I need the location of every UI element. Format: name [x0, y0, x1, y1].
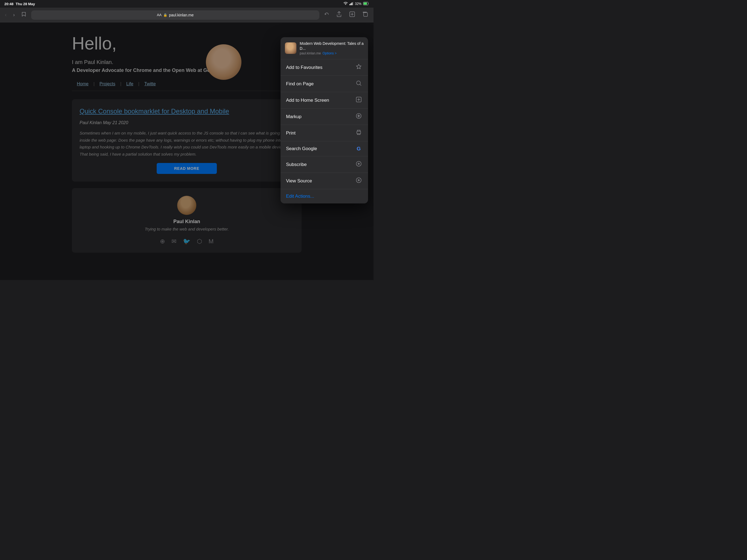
new-tab-button[interactable]: [347, 10, 357, 19]
share-site-url: paul.kinlan.me: [300, 51, 321, 55]
svg-rect-9: [364, 12, 367, 17]
svg-point-10: [357, 81, 360, 85]
menu-item-add-to-home-screen[interactable]: Add to Home Screen: [281, 92, 368, 108]
menu-item-view-source[interactable]: View Source: [281, 173, 368, 189]
share-site-title: Modern Web Development: Tales of a D...: [300, 41, 364, 51]
svg-rect-5: [364, 2, 367, 5]
view-source-icon: [355, 177, 363, 184]
add-to-home-icon: [355, 97, 363, 104]
back-button[interactable]: ‹: [3, 11, 8, 19]
svg-rect-3: [353, 2, 353, 5]
subscribe-icon: [355, 161, 363, 168]
svg-rect-21: [357, 131, 361, 134]
print-icon: [355, 129, 363, 137]
google-icon: G: [355, 146, 363, 152]
share-site-info: Modern Web Development: Tales of a D... …: [300, 41, 364, 55]
markup-icon: [355, 113, 363, 120]
wifi-icon: [343, 2, 348, 6]
bookmarks-button[interactable]: [20, 11, 28, 19]
svg-rect-2: [352, 2, 353, 5]
menu-item-print[interactable]: Print: [281, 125, 368, 142]
favourites-icon: [355, 64, 363, 71]
status-bar: 20:48 Thu 28 May 32%: [0, 0, 374, 8]
status-date: Thu 28 May: [16, 2, 35, 6]
svg-point-20: [358, 116, 359, 117]
options-link[interactable]: Options >: [323, 51, 337, 55]
forward-button[interactable]: ›: [11, 11, 17, 19]
browser-chrome: ‹ › AA 🔒 paul.kinlan.me: [0, 8, 374, 22]
share-sheet: Modern Web Development: Tales of a D... …: [281, 37, 368, 203]
aa-label: AA: [157, 13, 162, 17]
url-text: paul.kinlan.me: [169, 13, 194, 17]
edit-actions[interactable]: Edit Actions...: [281, 189, 368, 203]
share-header: Modern Web Development: Tales of a D... …: [281, 37, 368, 59]
tabs-button[interactable]: [360, 10, 370, 19]
svg-line-11: [360, 84, 361, 86]
page-content: Hello, I am Paul Kinlan. A Developer Adv…: [0, 22, 374, 280]
share-button[interactable]: [334, 10, 344, 20]
battery-icon: [363, 2, 369, 6]
share-site-icon: [285, 42, 297, 54]
battery-text: 32%: [355, 2, 361, 6]
address-bar[interactable]: AA 🔒 paul.kinlan.me: [31, 10, 319, 20]
menu-item-add-to-favourites[interactable]: Add to Favourites: [281, 59, 368, 76]
signal-icon: [350, 2, 353, 6]
lock-icon: 🔒: [163, 13, 168, 17]
menu-item-subscribe[interactable]: Subscribe: [281, 156, 368, 173]
menu-item-find-on-page[interactable]: Find on Page: [281, 76, 368, 92]
status-time: 20:48: [4, 2, 14, 6]
svg-rect-1: [351, 3, 351, 5]
reload-button[interactable]: [323, 11, 331, 19]
menu-item-search-google[interactable]: Search Google G: [281, 142, 368, 156]
find-on-page-icon: [355, 80, 363, 87]
svg-rect-0: [350, 4, 350, 5]
menu-item-markup[interactable]: Markup: [281, 108, 368, 125]
